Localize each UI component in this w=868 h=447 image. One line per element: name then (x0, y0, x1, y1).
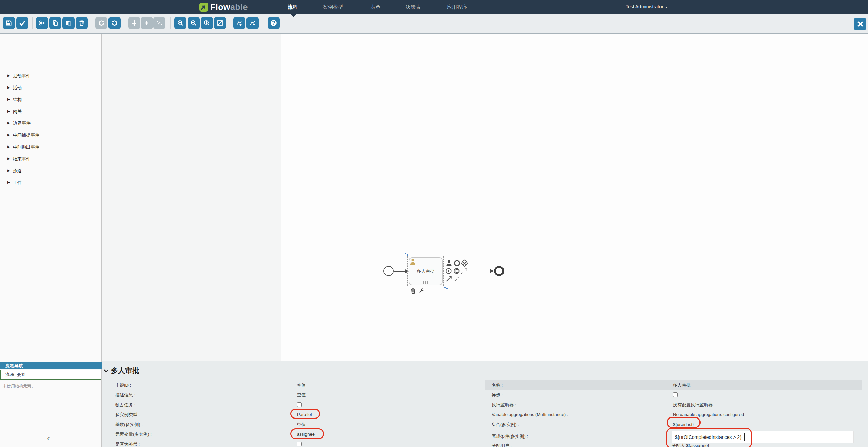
morph-user-task-icon[interactable] (445, 259, 453, 267)
undo-icon (111, 20, 118, 26)
close-editor-button[interactable] (854, 18, 866, 30)
association-icon[interactable] (453, 275, 461, 283)
sequence-flow-line[interactable] (394, 271, 406, 272)
user-task-icon (410, 258, 416, 265)
selection-handle[interactable] (444, 287, 446, 288)
nav-tab-processes[interactable]: 流程 (288, 0, 298, 14)
align-vertical-button[interactable] (128, 17, 140, 29)
editor-toolbar (0, 14, 868, 34)
user-menu[interactable]: Test Administrator▾ (626, 0, 682, 14)
copy-button[interactable] (49, 17, 61, 29)
end-event-node[interactable] (494, 266, 504, 276)
save-button[interactable] (3, 17, 15, 29)
chevron-down-icon[interactable] (104, 369, 109, 373)
toolbar-separator (125, 17, 125, 29)
end-event-icon[interactable] (453, 259, 461, 267)
prop-label-execution-listeners: 执行监听器 : (492, 400, 516, 410)
palette-group-intermediate-catching-events[interactable]: ▶中间捕捉事件 (0, 132, 101, 139)
prop-value-collection[interactable]: ${userList} (673, 420, 694, 429)
prop-checkbox-is-for-compensation[interactable] (297, 442, 302, 446)
remove-bendpoint-icon (249, 20, 256, 26)
caret-right-icon: ▶ (7, 74, 10, 77)
help-button[interactable] (268, 17, 280, 29)
undo-button[interactable] (108, 17, 121, 29)
palette-group-structural[interactable]: ▶结构 (0, 96, 101, 103)
text-annotation-icon[interactable] (460, 267, 468, 275)
top-navbar: Flowable 流程 案例模型 表单 决策表 应用程序 Test Admini… (0, 0, 868, 14)
morph-wrench-icon[interactable] (419, 288, 425, 295)
intermediate-catch-event-icon[interactable] (445, 267, 452, 275)
floppy-icon (5, 20, 12, 26)
selection-handle[interactable] (407, 254, 408, 256)
add-bendpoint-button[interactable] (233, 17, 245, 29)
prop-label-assignment: 分配用户 : (492, 441, 512, 447)
task-label: 多人审批 (417, 268, 435, 274)
paste-button[interactable] (62, 17, 75, 29)
palette-group-gateways[interactable]: ▶网关 (0, 108, 101, 115)
delete-button[interactable] (76, 17, 88, 29)
prop-label-documentation: 描述信息 : (115, 390, 135, 400)
prop-value-element-variable[interactable]: assignee (297, 429, 315, 439)
align-horizontal-button[interactable] (141, 17, 153, 29)
caret-right-icon: ▶ (7, 121, 10, 125)
palette-group-boundary-events[interactable]: ▶边界事件 (0, 120, 101, 127)
exclusive-gateway-icon[interactable] (461, 259, 468, 267)
align-vertical-icon (131, 20, 138, 26)
delete-node-icon[interactable] (410, 288, 416, 295)
caret-right-icon: ▶ (7, 180, 10, 184)
redo-button[interactable] (95, 17, 107, 29)
prop-label-multiinstance-type: 多实例类型 : (115, 410, 140, 420)
diagram-canvas[interactable] (281, 34, 868, 361)
palette-group-end-events[interactable]: ▶结束事件 (0, 156, 101, 162)
prop-value-assignment[interactable]: 分配人 ${assignee} (672, 441, 709, 447)
nav-tab-apps[interactable]: 应用程序 (447, 0, 467, 14)
prop-value-process-id[interactable]: 空值 (297, 380, 306, 390)
nav-tab-decision-tables[interactable]: 决策表 (406, 0, 421, 14)
zoom-actual-button[interactable] (201, 17, 213, 29)
same-size-button[interactable] (153, 17, 165, 29)
caret-right-icon: ▶ (7, 133, 10, 137)
prop-label-completion-condition: 完成条件(多实例) : (492, 431, 528, 441)
prop-checkbox-exclusive[interactable] (297, 402, 302, 407)
parallel-multi-instance-marker (425, 281, 426, 284)
property-panel-title[interactable]: 多人审批 (111, 366, 139, 375)
prop-label-is-for-compensation: 是否为补偿 : (115, 439, 140, 447)
validate-button[interactable] (16, 17, 28, 29)
prop-value-documentation[interactable]: 空值 (297, 390, 306, 400)
prop-value-cardinality[interactable]: 空值 (297, 420, 306, 429)
nav-tab-forms[interactable]: 表单 (370, 0, 380, 14)
toolbar-separator (230, 17, 230, 29)
prop-value-name[interactable]: 多人审批 (673, 380, 691, 390)
process-navigator-header: 流程导航 (0, 362, 102, 369)
zoom-fit-button[interactable] (214, 17, 226, 29)
sequence-flow-icon[interactable] (445, 275, 453, 283)
palette-group-swimlanes[interactable]: ▶泳道 (0, 168, 101, 174)
collapse-panel-chevron[interactable]: ‹ (47, 434, 50, 443)
prop-value-execution-listeners[interactable]: 没有配置执行监听器 (673, 400, 713, 410)
palette-group-artifacts[interactable]: ▶工件 (0, 179, 101, 186)
zoom-out-icon (190, 20, 197, 26)
user-name: Test Administrator (626, 4, 663, 9)
sequence-flow-arrowhead (490, 269, 494, 273)
prop-value-multiinstance-type[interactable]: Parallel (297, 410, 312, 420)
palette-group-start-events[interactable]: ▶启动事件 (0, 73, 101, 79)
zoom-in-button[interactable] (174, 17, 186, 29)
start-event-node[interactable] (383, 266, 394, 276)
prop-value-variable-aggregations[interactable]: No variable aggregations configured (673, 410, 744, 420)
navigator-selected-process[interactable]: 流程: 会签 (0, 370, 101, 380)
selection-handle[interactable] (446, 288, 448, 289)
zoom-out-button[interactable] (188, 17, 200, 29)
logo-text-bold: Flow (210, 2, 230, 12)
caret-right-icon: ▶ (7, 97, 10, 101)
palette-group-activities[interactable]: ▶活动 (0, 84, 101, 91)
palette-group-intermediate-throwing-events[interactable]: ▶中间抛出事件 (0, 144, 101, 151)
caret-right-icon: ▶ (7, 157, 10, 160)
cut-button[interactable] (36, 17, 48, 29)
prop-checkbox-asynchronous[interactable] (673, 392, 678, 397)
nav-tab-case-models[interactable]: 案例模型 (323, 0, 343, 14)
intermediate-event-icon[interactable] (453, 267, 460, 275)
flowable-logo-icon (199, 3, 208, 12)
trash-icon (78, 20, 85, 26)
selection-handle[interactable] (405, 253, 406, 254)
remove-bendpoint-button[interactable] (246, 17, 259, 29)
